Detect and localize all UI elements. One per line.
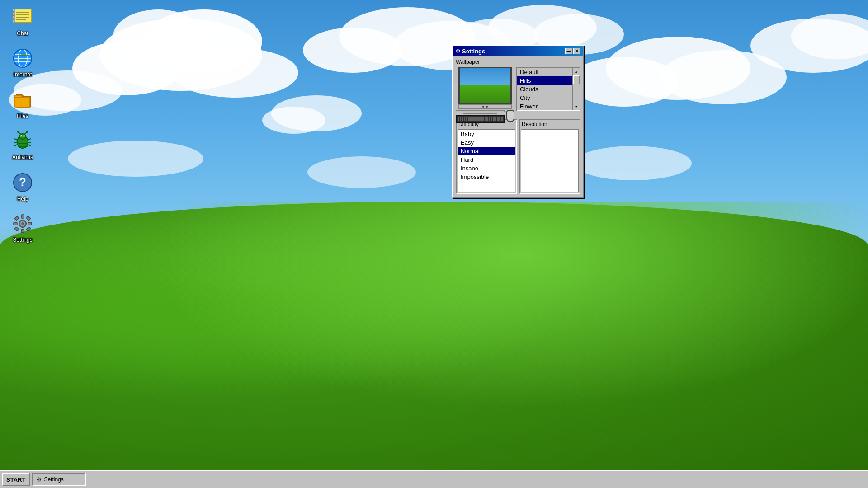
bottom-sections: Difficulty Baby Easy Normal Hard Insane … xyxy=(456,119,580,194)
settings-desktop-icon xyxy=(12,213,33,235)
monitor-stand xyxy=(456,110,505,112)
scroll-thumb[interactable] xyxy=(573,75,580,84)
settings-icon-desktop[interactable]: Settings xyxy=(5,211,41,245)
difficulty-easy[interactable]: Easy xyxy=(458,138,515,147)
keyboard xyxy=(456,115,505,123)
desktop: Chat Internet xyxy=(0,0,868,488)
settings-titlebar: ⚙ Settings — ✕ xyxy=(453,46,583,56)
svg-point-30 xyxy=(13,11,15,13)
taskbar: START ⚙ Settings xyxy=(0,470,868,488)
help-label: Help xyxy=(16,195,30,202)
monitor-screen xyxy=(458,67,512,104)
internet-icon-desktop[interactable]: Internet xyxy=(5,46,41,80)
difficulty-insane[interactable]: Insane xyxy=(458,164,515,173)
taskbar-settings-label: Settings xyxy=(44,476,63,483)
help-icon: ? xyxy=(12,172,33,193)
wallpaper-option-hills[interactable]: Hills xyxy=(517,76,572,85)
wallpaper-section-label: Wallpaper xyxy=(456,59,580,65)
wallpaper-option-flower[interactable]: Flower xyxy=(517,102,572,110)
files-icon-desktop[interactable]: Files xyxy=(5,87,41,122)
svg-rect-66 xyxy=(28,222,32,225)
wallpaper-list-area: Default Hills Clouds City Flower Coast ▲ xyxy=(516,67,580,117)
settings-window-title: Settings xyxy=(462,48,485,55)
antivirus-icon xyxy=(12,130,33,152)
resolution-list xyxy=(521,129,579,192)
svg-point-22 xyxy=(574,146,692,180)
svg-rect-40 xyxy=(14,97,30,107)
monitor-preview xyxy=(456,67,514,117)
mouse xyxy=(506,110,514,122)
scroll-up-arrow[interactable]: ▲ xyxy=(573,68,580,75)
desktop-icons-container: Chat Internet xyxy=(5,5,41,245)
mouse-button-divider xyxy=(507,111,514,115)
settings-window: ⚙ Settings — ✕ Wallpaper xyxy=(452,45,584,198)
svg-point-42 xyxy=(19,134,26,139)
svg-rect-63 xyxy=(21,215,24,218)
svg-point-45 xyxy=(21,136,22,137)
svg-rect-69 xyxy=(14,227,19,231)
svg-point-50 xyxy=(26,131,28,133)
settings-label: Settings xyxy=(11,236,33,244)
chat-icon xyxy=(12,6,33,28)
difficulty-impossible[interactable]: Impossible xyxy=(458,173,515,181)
svg-rect-64 xyxy=(21,229,24,233)
resolution-section: Resolution xyxy=(519,119,580,194)
files-label: Files xyxy=(15,113,29,120)
monitor-screen-inner xyxy=(460,68,510,103)
svg-point-20 xyxy=(68,141,203,177)
grass-background xyxy=(0,202,868,470)
difficulty-list: Baby Easy Normal Hard Insane Impossible xyxy=(458,129,515,192)
svg-point-6 xyxy=(303,28,402,73)
start-button[interactable]: START xyxy=(2,473,30,486)
wallpaper-list-container: Default Hills Clouds City Flower Coast ▲ xyxy=(516,67,580,111)
settings-content: Wallpaper xyxy=(453,56,583,197)
wallpaper-scrollbar: ▲ ▼ xyxy=(572,68,580,110)
wallpaper-option-clouds[interactable]: Clouds xyxy=(517,85,572,94)
svg-rect-65 xyxy=(14,222,17,225)
svg-rect-68 xyxy=(26,216,31,221)
difficulty-normal[interactable]: Normal xyxy=(458,147,515,155)
minimize-button[interactable]: — xyxy=(565,48,572,54)
wallpaper-option-city[interactable]: City xyxy=(517,94,572,102)
svg-point-21 xyxy=(307,156,416,188)
svg-point-49 xyxy=(17,131,19,133)
svg-line-51 xyxy=(14,139,17,140)
close-button[interactable]: ✕ xyxy=(573,48,580,54)
monitor-dot-1 xyxy=(482,106,484,108)
svg-rect-67 xyxy=(14,216,19,221)
taskbar-settings-icon: ⚙ xyxy=(36,476,42,483)
svg-rect-70 xyxy=(26,227,31,231)
monitor-base xyxy=(463,113,497,114)
scroll-down-arrow[interactable]: ▼ xyxy=(573,103,580,110)
svg-text:?: ? xyxy=(19,175,26,189)
internet-label: Internet xyxy=(12,71,33,78)
monitor-body xyxy=(458,104,512,109)
scroll-track xyxy=(573,75,580,103)
svg-line-53 xyxy=(14,145,17,146)
resolution-label: Resolution xyxy=(520,120,580,128)
svg-point-32 xyxy=(13,18,15,20)
internet-icon xyxy=(12,47,33,69)
svg-line-56 xyxy=(28,145,31,146)
chat-label: Chat xyxy=(15,30,29,37)
svg-point-14 xyxy=(262,107,326,134)
files-icon xyxy=(12,89,33,111)
chat-icon-desktop[interactable]: Chat xyxy=(5,5,41,39)
svg-line-54 xyxy=(28,139,31,140)
keyboard-mouse-area xyxy=(456,110,505,123)
monitor-dot-2 xyxy=(486,106,488,108)
help-icon-desktop[interactable]: ? Help xyxy=(5,170,41,204)
window-controls: — ✕ xyxy=(565,48,580,54)
antivirus-icon-desktop[interactable]: Antivirus xyxy=(5,128,41,163)
taskbar-settings-item[interactable]: ⚙ Settings xyxy=(32,473,86,486)
svg-point-46 xyxy=(24,136,25,137)
wallpaper-option-default[interactable]: Default xyxy=(517,68,572,76)
difficulty-hard[interactable]: Hard xyxy=(458,155,515,164)
difficulty-section: Difficulty Baby Easy Normal Hard Insane … xyxy=(456,119,517,194)
difficulty-baby[interactable]: Baby xyxy=(458,130,515,138)
wallpaper-section: Default Hills Clouds City Flower Coast ▲ xyxy=(456,67,580,117)
wallpaper-list: Default Hills Clouds City Flower Coast xyxy=(517,68,572,110)
svg-rect-24 xyxy=(14,10,31,22)
start-label: START xyxy=(6,476,25,483)
antivirus-label: Antivirus xyxy=(11,154,34,161)
